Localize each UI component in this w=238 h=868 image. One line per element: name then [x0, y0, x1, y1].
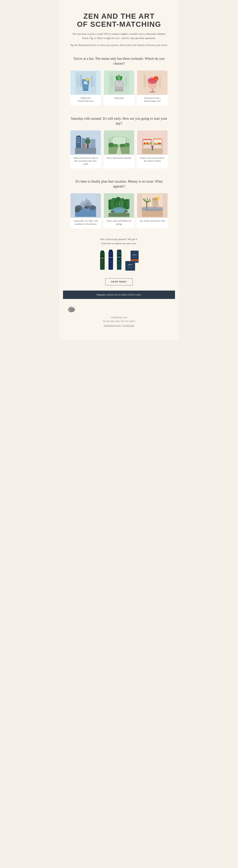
svg-point-95: [156, 143, 158, 144]
svg-text:HARRY'S: HARRY'S: [101, 257, 104, 258]
subtitle-text: Not sure how to pick a scent? We've crea…: [70, 32, 168, 40]
download-app-link[interactable]: Download the App: [104, 324, 121, 327]
svg-rect-131: [155, 198, 156, 200]
svg-rect-2: [80, 75, 82, 87]
card-vodka-label: Vodka tonicinfused with yuzu: [70, 95, 101, 105]
shop-body-button[interactable]: SHOP BODY: [105, 278, 133, 285]
card-cliffs-label: Long walks, sea cliffs, with mountains i…: [70, 218, 101, 228]
svg-text:WASH: WASH: [118, 261, 120, 262]
svg-rect-55: [75, 148, 96, 154]
svg-rect-14: [83, 90, 88, 91]
svg-rect-20: [115, 90, 123, 91]
svg-rect-150: [109, 250, 112, 251]
svg-rect-16: [111, 76, 113, 87]
svg-point-99: [152, 146, 153, 148]
svg-rect-51: [79, 142, 80, 143]
card-springs-illustration: [104, 193, 134, 218]
card-springs-label: Peace, quiet, and hidden hot springs: [104, 218, 134, 228]
main-title: ZEN AND THE ART OF SCENT-MATCHING: [70, 12, 168, 28]
svg-text:WASH: WASH: [110, 262, 112, 262]
card-vodka[interactable]: Vodka tonicinfused with yuzu: [70, 70, 101, 105]
svg-text:BODY: BODY: [118, 260, 120, 261]
card-beach-label: Sun, beach, and ancient ruins: [137, 218, 168, 225]
svg-rect-50: [77, 142, 78, 143]
unsubscribe-link[interactable]: Unsubscribe: [123, 324, 134, 327]
footer-email: help@harrys.com: [67, 316, 171, 319]
card-market-label: Head to your favorite place: the farmer'…: [137, 155, 168, 165]
question1-text: You're at a bar. The menu only has three…: [70, 56, 168, 66]
svg-point-85: [144, 143, 146, 144]
svg-point-123: [124, 210, 128, 213]
svg-point-57: [85, 139, 90, 144]
explore-section: Not a fan of pop quizzes? We get it. Fee…: [63, 234, 175, 290]
footer-address: PO Box 566, New York, NY 10014: [67, 319, 171, 323]
svg-point-86: [145, 143, 147, 144]
svg-point-122: [111, 210, 114, 213]
shipping-text: Shipping is always free on orders of $10…: [97, 293, 141, 296]
svg-line-176: [70, 306, 71, 308]
card-rum-label: Rum punch with ablood orange twist: [137, 95, 168, 105]
card-cliffs[interactable]: Long walks, sea cliffs, with mountains i…: [70, 193, 101, 228]
question3-text: It's time to finally plan that vacation.…: [70, 179, 168, 189]
svg-point-135: [142, 207, 163, 211]
card-rum[interactable]: Rum punch with ablood orange twist: [137, 70, 168, 105]
footer-logo: [67, 304, 171, 313]
product-teal: HARRY'S BODY WASH: [115, 250, 123, 272]
svg-text:BAR SOAP: BAR SOAP: [128, 267, 132, 268]
svg-point-180: [68, 310, 69, 311]
header-section: ZEN AND THE ART OF SCENT-MATCHING Not su…: [63, 7, 175, 51]
card-garden[interactable]: Visit a lush botanical garden: [103, 130, 135, 168]
svg-rect-137: [155, 208, 155, 209]
card-vodka-illustration: [70, 70, 101, 95]
svg-rect-13: [87, 76, 87, 84]
svg-point-94: [154, 143, 156, 144]
question1-section: You're at a bar. The menu only has three…: [63, 51, 175, 111]
svg-rect-46: [77, 137, 78, 138]
card-cliffs-illustration: [70, 193, 101, 218]
card-market[interactable]: Head to your favorite place: the farmer'…: [137, 130, 168, 168]
svg-point-178: [68, 309, 71, 311]
product-green: HARRY'S BODY WASH: [99, 250, 106, 272]
card-springs[interactable]: Peace, quiet, and hidden hot springs: [103, 193, 135, 228]
card-walk-illustration: [70, 130, 101, 155]
svg-point-179: [69, 310, 69, 310]
svg-rect-52: [82, 138, 85, 149]
shipping-bar: Shipping is always free on orders of $10…: [63, 290, 175, 299]
svg-rect-100: [152, 148, 153, 150]
svg-rect-1: [77, 76, 79, 87]
card-beach[interactable]: Sun, beach, and ancient ruins: [137, 193, 168, 228]
svg-line-172: [72, 306, 72, 307]
svg-rect-130: [153, 198, 154, 200]
svg-rect-17: [125, 76, 127, 87]
svg-point-109: [89, 205, 96, 210]
card-beach-illustration: [137, 193, 168, 218]
svg-rect-93: [154, 144, 161, 145]
footer-links: Download the App | Unsubscribe: [67, 324, 171, 328]
card-mint[interactable]: Mint julep: [103, 70, 135, 105]
svg-rect-25: [115, 82, 123, 87]
explore-text: Not a fan of pop quizzes? We get it. Fee…: [70, 237, 168, 246]
svg-point-87: [147, 143, 149, 144]
svg-rect-4: [94, 78, 96, 87]
footer-contact: help@harrys.com PO Box 566, New York, NY…: [67, 316, 171, 328]
svg-point-89: [150, 143, 151, 144]
svg-rect-54: [90, 139, 96, 149]
svg-point-58: [83, 144, 85, 146]
products-display: HARRY'S BODY WASH HARRY'S BODY WASH: [70, 250, 168, 272]
svg-rect-142: [101, 251, 104, 252]
svg-text:HARRY'S: HARRY'S: [109, 257, 113, 258]
card-mint-illustration: [104, 70, 134, 95]
card-market-illustration: [137, 130, 168, 155]
card-walk[interactable]: Walk around town to take in that "paveme…: [70, 130, 101, 168]
svg-text:BODY: BODY: [110, 260, 112, 261]
card-mint-label: Mint julep: [104, 95, 134, 102]
svg-rect-49: [79, 140, 80, 141]
card-garden-illustration: [104, 130, 134, 155]
card-walk-label: Walk around town to take in that "paveme…: [70, 155, 101, 168]
page-wrapper: ZEN AND THE ART OF SCENT-MATCHING Not su…: [59, 0, 179, 340]
svg-line-173: [73, 306, 73, 308]
svg-text:WASH: WASH: [101, 262, 103, 264]
shop-button-wrapper: SHOP BODY: [70, 277, 168, 289]
svg-rect-29: [159, 76, 161, 87]
svg-text:HARRY'S: HARRY'S: [132, 254, 137, 255]
